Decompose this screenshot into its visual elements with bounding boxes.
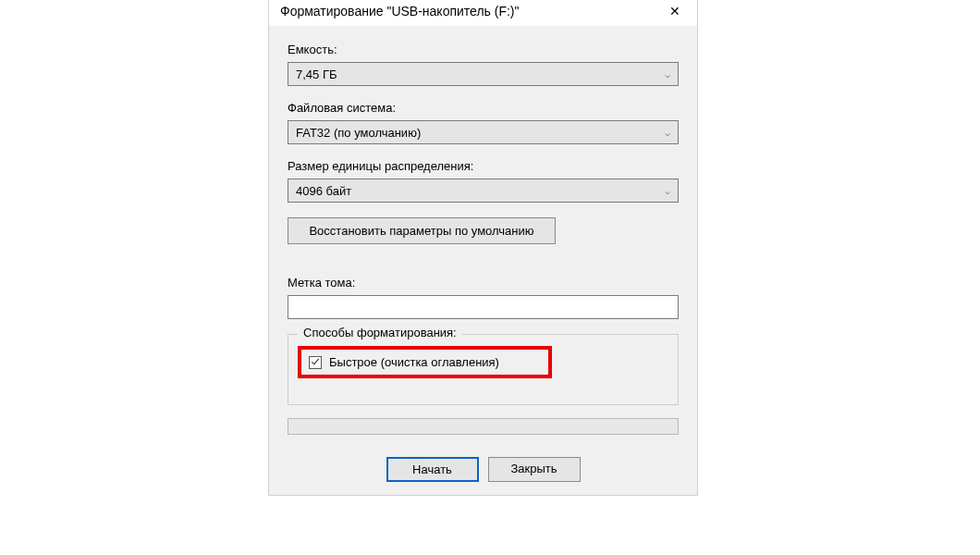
chevron-down-icon: ⌵ — [665, 69, 670, 80]
highlight-annotation: Быстрое (очистка оглавления) — [298, 346, 552, 378]
volume-label: Метка тома: — [288, 276, 679, 290]
capacity-select[interactable]: 7,45 ГБ ⌵ — [288, 62, 679, 86]
allocation-select[interactable]: 4096 байт ⌵ — [288, 179, 679, 203]
close-button[interactable]: Закрыть — [488, 457, 581, 482]
start-button[interactable]: Начать — [386, 457, 479, 482]
allocation-value: 4096 байт — [296, 184, 351, 198]
progress-bar — [288, 418, 679, 435]
format-dialog: Форматирование "USB-накопитель (F:)" ✕ Е… — [268, 0, 698, 496]
close-icon[interactable]: ✕ — [664, 4, 686, 18]
dialog-body: Емкость: 7,45 ГБ ⌵ Файловая система: FAT… — [269, 26, 697, 444]
titlebar: Форматирование "USB-накопитель (F:)" ✕ — [269, 0, 697, 26]
volume-input[interactable] — [288, 295, 679, 319]
filesystem-value: FAT32 (по умолчанию) — [296, 126, 421, 140]
check-icon — [312, 357, 319, 365]
methods-label: Способы форматирования: — [298, 326, 462, 339]
filesystem-select[interactable]: FAT32 (по умолчанию) ⌵ — [288, 120, 679, 144]
format-methods-group: Способы форматирования: Быстрое (очистка… — [288, 334, 679, 405]
allocation-label: Размер единицы распределения: — [288, 159, 679, 173]
chevron-down-icon: ⌵ — [665, 128, 670, 138]
capacity-value: 7,45 ГБ — [296, 68, 337, 81]
capacity-label: Емкость: — [288, 43, 679, 56]
restore-defaults-button[interactable]: Восстановить параметры по умолчанию — [288, 217, 556, 244]
dialog-footer: Начать Закрыть — [269, 444, 697, 495]
quick-format-label: Быстрое (очистка оглавления) — [329, 355, 499, 369]
chevron-down-icon: ⌵ — [665, 186, 670, 196]
quick-format-checkbox[interactable] — [309, 356, 322, 369]
filesystem-label: Файловая система: — [288, 101, 679, 115]
dialog-title: Форматирование "USB-накопитель (F:)" — [280, 4, 520, 18]
